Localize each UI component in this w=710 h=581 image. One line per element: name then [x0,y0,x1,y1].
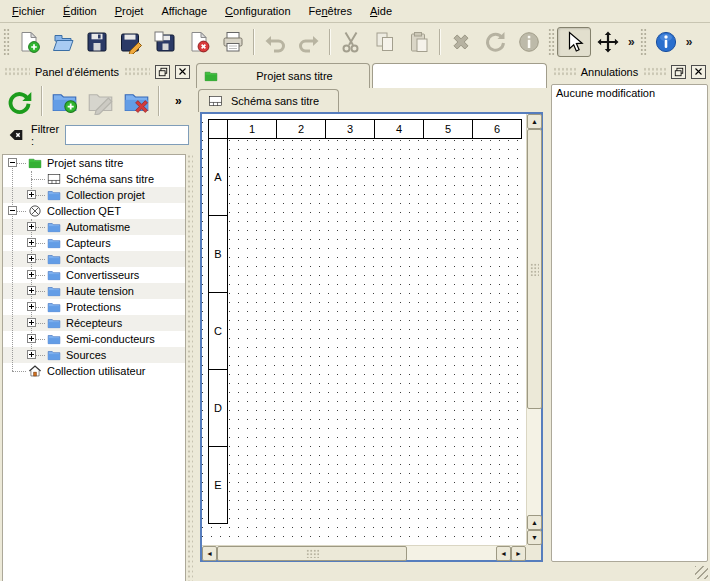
new-file-button[interactable] [12,27,46,57]
tree-item-collection-qet[interactable]: Collection QET [3,203,185,219]
edit-element-button[interactable] [84,84,117,118]
float-dock-button[interactable] [155,65,170,79]
tree-item-collection-utilisateur[interactable]: Collection utilisateur [3,363,185,379]
expand-icon[interactable] [27,318,36,327]
copy-button[interactable] [368,27,402,57]
tree-branch-line [31,179,45,180]
dock-texture [4,67,30,76]
delete-icon [449,30,473,54]
dock-texture [643,67,666,76]
tab-project[interactable]: Projet sans titre [196,63,370,88]
undo-list-item[interactable]: Aucune modification [552,85,707,101]
expand-icon[interactable] [27,302,36,311]
tree-item-label: Semi-conducteurs [66,333,155,345]
toolbar-handle[interactable] [640,28,647,55]
tree-item-projet-sans-titre[interactable]: Projet sans titre [3,155,185,171]
tree-item-label: Récepteurs [66,317,122,329]
scroll-up-button[interactable]: ▲ [527,114,542,129]
save-as-button[interactable] [114,27,148,57]
new-element-button[interactable] [48,84,81,118]
menu-fenetres[interactable]: Fenêtres [300,2,361,20]
save-all-icon [153,30,177,54]
close-icon [178,67,187,76]
rotate-button[interactable] [478,27,512,57]
tree-item-label: Haute tension [66,285,134,297]
toolbar-overflow-button[interactable]: » [625,35,638,49]
save-button[interactable] [80,27,114,57]
expand-icon[interactable] [27,238,36,247]
undo-button[interactable] [258,27,292,57]
folder-icon [46,252,62,266]
tree-branch-line [12,371,26,372]
rotate-icon [483,30,507,54]
about-button[interactable] [649,27,683,57]
folder-icon [46,332,62,346]
menu-fichier[interactable]: Fichier [3,2,54,20]
expand-icon[interactable] [27,222,36,231]
tab-schema[interactable]: Schéma sans titre [198,89,339,112]
column-header-4: 4 [374,119,424,139]
cut-icon [339,30,363,54]
filter-label: Filtrer : [31,123,59,147]
delete-button[interactable] [444,27,478,57]
delete-element-button[interactable] [120,84,153,118]
select-mode-button[interactable] [557,27,591,57]
scroll-up-button-2[interactable]: ▲ [527,515,542,530]
print-button[interactable] [216,27,250,57]
paste-button[interactable] [402,27,436,57]
toolbar-handle[interactable] [548,28,555,55]
expand-icon[interactable] [27,254,36,263]
expand-icon[interactable] [27,270,36,279]
scroll-right-button[interactable]: ► [511,546,526,561]
horizontal-scrollbar[interactable]: ◄ ◄ ► [202,545,526,560]
expand-icon[interactable] [27,334,36,343]
collapse-icon[interactable] [8,206,17,215]
select-arrow-icon [562,30,586,54]
scroll-mode-button[interactable] [591,27,625,57]
menu-configuration[interactable]: Configuration [216,2,299,20]
menu-affichage[interactable]: Affichage [152,2,216,20]
filter-input[interactable] [65,125,189,145]
undo-dock: Annulations Aucune modification [549,60,710,565]
close-file-button[interactable] [182,27,216,57]
tree-item-sources[interactable]: Sources [3,347,185,363]
menu-edition[interactable]: Édition [54,2,106,20]
folder-icon [46,284,62,298]
expand-icon[interactable] [27,350,36,359]
menu-projet[interactable]: Projet [106,2,153,20]
element-info-button[interactable] [512,27,546,57]
dock-splitter-handle[interactable] [187,154,193,581]
expand-icon[interactable] [27,286,36,295]
project-icon [203,69,219,83]
toolbar-overflow-button[interactable]: » [683,35,696,49]
close-dock-button[interactable] [175,65,190,79]
tree-item-collection-projet[interactable]: Collection projet [3,187,185,203]
folder-icon [46,348,62,362]
diagram-canvas[interactable]: 123456 ABCDE [202,114,526,545]
panel-toolbar-overflow-button[interactable]: » [175,94,182,108]
float-dock-button[interactable] [671,65,686,79]
scroll-down-button[interactable]: ▼ [527,530,542,545]
save-all-button[interactable] [148,27,182,57]
row-header-D: D [208,369,228,447]
collapse-icon[interactable] [8,158,17,167]
horizontal-scroll-thumb[interactable] [217,546,407,561]
clear-filter-icon[interactable] [7,127,25,143]
cut-button[interactable] [334,27,368,57]
tree-item-label: Contacts [66,253,109,265]
reload-collections-button[interactable] [3,84,36,118]
folder-icon [46,188,62,202]
close-dock-button[interactable] [691,65,706,79]
open-file-button[interactable] [46,27,80,57]
scroll-left-button[interactable]: ◄ [202,546,217,561]
expand-icon[interactable] [27,190,36,199]
dock-texture [124,67,150,76]
toolbar-handle[interactable] [3,28,10,55]
tree-branch-line [12,163,13,371]
vertical-scroll-thumb[interactable] [527,129,542,409]
resize-grip[interactable] [695,566,708,579]
menu-aide[interactable]: Aide [361,2,401,20]
redo-button[interactable] [292,27,326,57]
scroll-left-button-2[interactable]: ◄ [496,546,511,561]
vertical-scrollbar[interactable]: ▲ ▲ ▼ [526,114,541,545]
